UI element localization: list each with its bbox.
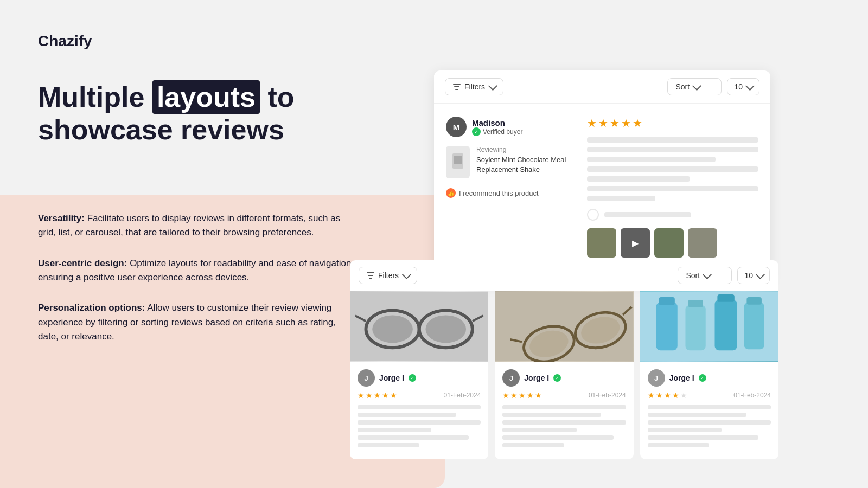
svg-point-9 (425, 315, 466, 343)
line-1 (587, 137, 758, 143)
card-3-body: J Jorge I ✓ ★ ★ ★ ★ ★ 01-Feb-2024 (640, 362, 778, 459)
count-chevron-top (745, 81, 755, 91)
card-3-verified: ✓ (699, 374, 706, 382)
star-1: ★ (587, 117, 597, 130)
card-3-reviewer-name: Jorge I (669, 374, 694, 382)
features-section: Versatility: Facilitate users to display… (38, 211, 358, 360)
line-2 (587, 147, 758, 152)
sort-label-bottom: Sort (686, 271, 700, 280)
logo-text: Chazify (38, 33, 92, 50)
headline-highlight: layouts (152, 80, 260, 114)
card-2-stars: ★ ★ ★ ★ ★ (502, 391, 542, 400)
filter-button-top[interactable]: Filters (445, 78, 503, 95)
media-thumbnails (587, 228, 758, 258)
widget-grid: Filters Sort 10 (350, 260, 778, 459)
recommend-icon: 👍 (446, 188, 456, 198)
filter-icon-bottom (367, 272, 374, 279)
count-dropdown-top[interactable]: 10 (727, 78, 760, 95)
line-3 (587, 157, 716, 162)
count-dropdown-bottom[interactable]: 10 (737, 267, 770, 284)
verified-label: Verified buyer (483, 128, 522, 136)
star-5: ★ (633, 117, 642, 130)
card-3-date: 01-Feb-2024 (733, 391, 771, 399)
card-2-avatar: J (502, 369, 520, 387)
grid-cards: J Jorge I ✓ ★ ★ ★ ★ ★ 01-Feb-2024 (350, 291, 778, 459)
media-thumb-1 (587, 228, 616, 258)
headline: Multiple layouts to showcase reviews (38, 81, 353, 146)
card-1-body: J Jorge I ✓ ★ ★ ★ ★ ★ 01-Feb-2024 (350, 362, 488, 459)
card-1-avatar: J (358, 369, 375, 387)
card-2-lines (502, 405, 626, 447)
feature-versatility: Versatility: Facilitate users to display… (38, 211, 358, 240)
feature-versatility-title: Versatility: (38, 213, 85, 223)
card-1-reviewer-row: J Jorge I ✓ (358, 369, 481, 387)
line-5 (587, 176, 690, 182)
product-thumbnail (446, 146, 470, 178)
line-6 (587, 186, 758, 191)
review-card-list: M Madison ✓ Verified buyer (434, 104, 770, 284)
product-info: Reviewing Soylent Mint Chocolate Meal Re… (476, 146, 576, 174)
count-chevron-bottom (756, 270, 765, 279)
card-3-lines (648, 405, 771, 447)
card-3-stars: ★ ★ ★ ★ ★ (648, 391, 687, 400)
circle-placeholder (587, 209, 599, 221)
line-4 (587, 166, 758, 172)
card-3-avatar: J (648, 369, 665, 387)
reviewer-name-wrap: Madison (472, 118, 522, 127)
widget-list: Filters Sort 10 M Madison (434, 70, 770, 284)
feature-personalization: Personalization options: Allow users to … (38, 301, 358, 344)
card-2-reviewer-row: J Jorge I ✓ (502, 369, 626, 387)
verified-icon: ✓ (472, 127, 481, 136)
svg-rect-22 (688, 300, 703, 307)
svg-rect-24 (717, 294, 734, 302)
star-4: ★ (621, 117, 631, 130)
feature-user-centric-title: User-centric design: (38, 258, 127, 268)
recommend-row: 👍 I recommend this product (446, 188, 576, 198)
media-thumb-3 (654, 228, 684, 258)
svg-point-8 (372, 315, 413, 343)
star-3: ★ (610, 117, 620, 130)
grid-card-3: J Jorge I ✓ ★ ★ ★ ★ ★ 01-Feb-2024 (640, 291, 778, 459)
avatar: M (446, 117, 467, 137)
svg-rect-19 (656, 303, 677, 350)
filter-label-bottom: Filters (378, 271, 399, 280)
product-name: Soylent Mint Chocolate Meal Replacement … (476, 155, 576, 174)
headline-prefix: Multiple (38, 81, 144, 113)
card-2-image (495, 291, 633, 362)
card-3-image (640, 291, 778, 362)
review-left: M Madison ✓ Verified buyer (446, 117, 576, 271)
headline-section: Multiple layouts to showcase reviews (38, 81, 353, 146)
media-thumb-4 (688, 228, 717, 258)
card-2-verified: ✓ (553, 374, 561, 382)
toolbar-right-top: Sort 10 (667, 78, 760, 95)
product-review: Reviewing Soylent Mint Chocolate Meal Re… (446, 146, 576, 178)
card-1-date: 01-Feb-2024 (444, 391, 481, 399)
widget-bottom-toolbar: Filters Sort 10 (350, 260, 778, 291)
sort-dropdown-bottom[interactable]: Sort (678, 267, 732, 284)
headline-line2: showcase reviews (38, 114, 284, 145)
reviewer-name: Madison (472, 118, 505, 127)
count-label-bottom: 10 (744, 271, 753, 280)
line-7 (587, 196, 655, 201)
filter-button-bottom[interactable]: Filters (359, 267, 417, 284)
card-1-lines (358, 405, 481, 447)
card-2-date: 01-Feb-2024 (589, 391, 626, 399)
grid-card-1: J Jorge I ✓ ★ ★ ★ ★ ★ 01-Feb-2024 (350, 291, 488, 459)
review-right: ★ ★ ★ ★ ★ (587, 117, 758, 271)
toolbar-right-bottom: Sort 10 (678, 267, 770, 284)
card-1-stars-date: ★ ★ ★ ★ ★ 01-Feb-2024 (358, 391, 481, 400)
sort-chevron-bottom (703, 270, 712, 279)
card-1-stars: ★ ★ ★ ★ ★ (358, 391, 397, 400)
card-1-verified: ✓ (409, 374, 416, 382)
sort-label-top: Sort (675, 82, 690, 91)
star-2: ★ (598, 117, 608, 130)
logo: Chazify (38, 33, 92, 50)
sort-chevron-top (692, 81, 701, 91)
media-thumb-video[interactable] (621, 228, 650, 258)
svg-rect-26 (746, 297, 761, 305)
sort-dropdown-top[interactable]: Sort (667, 78, 722, 95)
svg-rect-1 (454, 156, 462, 164)
filter-label-top: Filters (464, 82, 485, 91)
stars-row: ★ ★ ★ ★ ★ (587, 117, 758, 130)
reviewer-info: M Madison ✓ Verified buyer (446, 117, 576, 137)
